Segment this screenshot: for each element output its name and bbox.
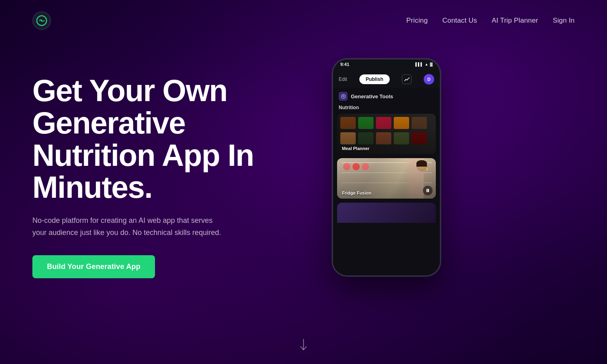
meal-planner-card[interactable]: Meal Planner [337,114,436,154]
toolbar-edit-label[interactable]: Edit [339,76,347,82]
nav-signin[interactable]: Sign In [553,17,575,24]
logo-wrap[interactable] [32,11,51,30]
meal-planner-image: Meal Planner [337,114,436,154]
meal-planner-label: Meal Planner [342,146,369,151]
svg-point-1 [41,20,42,21]
hero-title: Get Your Own Generative Nutrition App In… [32,74,316,203]
nav-contact[interactable]: Contact Us [442,17,477,24]
bottom-partial-card [337,203,436,223]
gen-tools-header: Generative Tools [333,88,440,103]
toolbar-chart-icon[interactable] [402,74,412,84]
phone-status-icons: ▌▌▌ ▲ ▓ [415,62,433,66]
battery-icon: ▓ [430,62,433,66]
scroll-arrow[interactable] [299,339,308,352]
pause-icon[interactable] [423,186,433,195]
svg-rect-3 [427,189,428,192]
phone-frame: 9:41 ▌▌▌ ▲ ▓ Edit Publish D [332,58,441,277]
toolbar-avatar[interactable]: D [424,74,434,85]
logo-icon [32,11,51,30]
nav-pricing[interactable]: Pricing [406,17,428,24]
nutrition-section-label: Nutrition [333,103,440,114]
phone-mockup: 9:41 ▌▌▌ ▲ ▓ Edit Publish D [332,58,441,277]
svg-rect-4 [428,189,429,192]
fridge-fusion-image: Fridge Fusion [337,158,436,199]
nav-ai-trip-planner[interactable]: AI Trip Planner [492,17,538,24]
hero-subtitle: No-code platform for creating an AI web … [32,215,227,239]
fridge-fusion-label: Fridge Fusion [342,190,371,195]
signal-icon: ▌▌▌ [415,62,423,66]
cta-button[interactable]: Build Your Generative App [32,255,155,278]
toolbar-publish-button[interactable]: Publish [359,74,390,84]
nav-links: Pricing Contact Us AI Trip Planner Sign … [406,17,575,25]
phone-content: Generative Tools Nutrition [333,88,440,275]
gen-tools-label: Generative Tools [351,93,393,99]
phone-time: 9:41 [340,62,349,67]
navbar: Pricing Contact Us AI Trip Planner Sign … [0,0,607,30]
phone-toolbar: Edit Publish D [333,71,440,88]
bottom-card-image [337,203,436,223]
fridge-fusion-card[interactable]: Fridge Fusion [337,158,436,199]
wifi-icon: ▲ [425,62,429,66]
hero-text: Get Your Own Generative Nutrition App In… [32,62,316,278]
phone-statusbar: 9:41 ▌▌▌ ▲ ▓ [333,62,440,67]
hero-section: Get Your Own Generative Nutrition App In… [0,30,607,278]
gen-tools-icon [339,92,348,101]
